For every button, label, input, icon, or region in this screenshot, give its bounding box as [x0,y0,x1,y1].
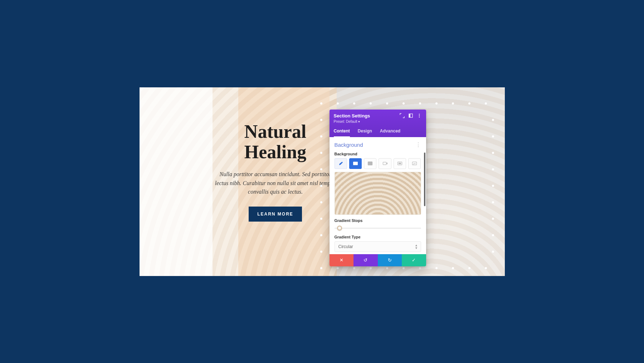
expand-icon[interactable] [400,113,405,118]
slider-track [335,228,421,229]
panel-header: Section Settings Preset: Default ▾ [330,110,426,137]
redo-button[interactable]: ↻ [378,254,402,266]
background-section-heading[interactable]: Background [335,142,363,148]
close-icon: ✕ [340,257,343,263]
hero-title-line2: Healing [244,142,306,162]
gradient-stops-slider[interactable] [335,225,421,231]
bg-tab-color[interactable] [335,158,347,169]
panel-preset[interactable]: Preset: Default ▾ [334,120,422,124]
svg-rect-1 [409,114,410,117]
gradient-type-label: Gradient Type [335,235,421,239]
redo-icon: ↻ [388,257,392,263]
cancel-button[interactable]: ✕ [330,254,354,266]
section-settings-panel: Section Settings Preset: Default ▾ [330,110,426,266]
svg-point-7 [369,163,370,163]
gradient-type-value: Circular [338,244,353,249]
svg-rect-8 [383,162,386,165]
panel-body: Background ⋮ Background [330,137,426,254]
bg-tab-video[interactable] [379,158,391,169]
tab-advanced[interactable]: Advanced [380,126,400,137]
panel-footer: ✕ ↺ ↻ ✓ [330,254,426,266]
select-updown-icon: ▴▾ [415,244,417,250]
panel-tabs: Content Design Advanced [334,126,422,137]
background-field-label: Background [335,152,421,156]
gradient-stops-label: Gradient Stops [335,218,421,223]
gradient-type-select[interactable]: Circular ▴▾ [335,241,421,252]
hero-title-line1: Natural [244,121,306,142]
bg-tab-gradient[interactable] [349,158,362,169]
slider-thumb[interactable] [337,226,342,231]
background-preview[interactable] [335,172,421,215]
section-options-icon[interactable]: ⋮ [415,141,421,148]
bg-tab-mask[interactable] [408,158,421,169]
svg-rect-10 [399,163,401,164]
svg-point-2 [419,114,420,115]
undo-icon: ↺ [364,257,367,263]
check-icon: ✓ [412,257,416,263]
more-icon[interactable] [417,113,422,118]
chevron-down-icon: ▾ [358,120,360,124]
learn-more-button[interactable]: LEARN MORE [249,207,302,222]
hero-body: Nulla porttitor accumsan tincidunt. Sed … [215,170,336,197]
panel-title: Section Settings [334,113,370,118]
undo-button[interactable]: ↺ [353,254,378,266]
hero-block: Natural Healing Nulla porttitor accumsan… [215,121,336,222]
bg-tab-image[interactable] [364,158,376,169]
svg-point-3 [419,115,420,116]
background-type-tabs [335,158,421,169]
hero-title: Natural Healing [215,121,336,162]
snap-icon[interactable] [408,113,413,118]
tab-content[interactable]: Content [334,126,350,137]
bg-tab-pattern[interactable] [394,158,406,169]
save-button[interactable]: ✓ [402,254,426,266]
tab-design[interactable]: Design [358,126,372,137]
page-preview: Natural Healing Nulla porttitor accumsan… [140,87,505,276]
panel-header-actions [400,113,422,118]
panel-scrollbar[interactable] [424,153,425,206]
svg-point-4 [419,117,420,118]
